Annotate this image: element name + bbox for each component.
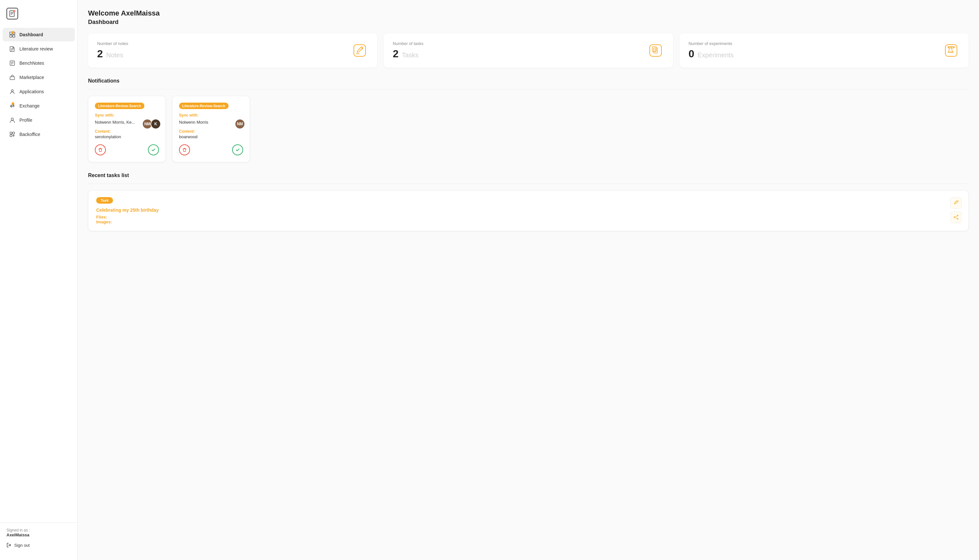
check-icon-0 [151, 148, 156, 152]
notif-tag-0: Literature-Review-Search [95, 103, 144, 109]
task-images-label-0: Images: [96, 220, 961, 224]
sidebar-footer: Signed in as : AxelMaissa Sign out [0, 522, 77, 555]
stat-tasks-value-row: 2 Tasks [393, 48, 424, 60]
task-name-0: Celebrating my 25th birthday [96, 207, 961, 213]
sidebar-item-backoffice-label: Backoffice [19, 132, 40, 137]
stat-notes-value: 2 [97, 48, 103, 60]
notif-avatars-1: NM [235, 119, 243, 129]
notif-sync-value-1: Nolwenn Morris [179, 120, 208, 125]
profile-icon [9, 117, 15, 123]
notif-actions-0 [95, 144, 159, 155]
sidebar-item-marketplace[interactable]: Marketplace [3, 70, 75, 84]
logo-area: D [0, 5, 77, 27]
sidebar-item-dashboard[interactable]: Dashboard [3, 28, 75, 42]
notif-content-label-1: Content: [179, 129, 243, 134]
task-actions-0 [950, 197, 962, 223]
stat-notes-unit: Notes [106, 52, 123, 58]
sidebar-item-backoffice[interactable]: Backoffice [3, 128, 75, 141]
task-card-0: Task Celebrating my 25th birthday Files:… [88, 190, 969, 231]
sign-out-icon [7, 543, 12, 548]
applications-icon [9, 88, 15, 95]
sidebar-item-benchnotes[interactable]: BenchNotes [3, 56, 75, 70]
backoffice-icon [9, 131, 15, 138]
svg-line-38 [955, 216, 957, 217]
sidebar-item-benchnotes-label: BenchNotes [19, 60, 44, 66]
share-icon-task-0 [954, 215, 959, 220]
svg-point-35 [957, 215, 958, 216]
notif-tag-1: Literature-Review-Search [179, 103, 228, 109]
notif-content-value-1: boarwood [179, 134, 243, 139]
task-files-label-0: Files: [96, 215, 961, 220]
sign-out-button[interactable]: Sign out [7, 541, 30, 550]
notification-cards-container: Literature-Review-Search Sync with: Nolw… [88, 96, 969, 162]
edit-icon-task-0 [954, 200, 959, 205]
sidebar-item-exchange[interactable]: Exchange [3, 99, 75, 113]
svg-rect-8 [10, 35, 12, 37]
stat-notes-label: Number of notes [97, 41, 128, 46]
main-content: Welcome AxelMaissa Dashboard Number of n… [78, 0, 979, 560]
notif-confirm-button-0[interactable] [148, 144, 159, 155]
sidebar-item-dashboard-label: Dashboard [19, 32, 43, 37]
trash-icon-1 [182, 148, 187, 152]
notif-avatars-0: NM K [142, 119, 159, 129]
svg-rect-17 [10, 77, 15, 80]
stat-card-tasks: Number of tasks 2 Tasks [384, 33, 673, 68]
notif-sync-row-1: Nolwenn Morris NM [179, 118, 243, 129]
signed-in-label: Signed in as : [7, 528, 71, 532]
stat-experiments-info: Number of experiments 0 Experiments [689, 41, 734, 60]
sidebar-item-literature-review-label: Literature review [19, 46, 53, 52]
svg-line-39 [955, 218, 957, 218]
sidebar-item-profile-label: Profile [19, 118, 32, 123]
svg-point-18 [11, 90, 13, 92]
sidebar-item-applications[interactable]: Applications [3, 85, 75, 98]
notifications-divider [88, 89, 969, 89]
stat-experiments-label: Number of experiments [689, 41, 734, 46]
notif-delete-button-0[interactable] [95, 144, 106, 155]
svg-rect-23 [354, 45, 365, 56]
notifications-title: Notifications [88, 78, 969, 84]
task-tag-0: Task [96, 197, 113, 203]
avatar-k-0: K [150, 119, 161, 129]
stat-notes-info: Number of notes 2 Notes [97, 41, 128, 60]
dashboard-badge [12, 31, 14, 34]
notif-delete-button-1[interactable] [179, 144, 190, 155]
sidebar-item-marketplace-label: Marketplace [19, 75, 44, 80]
tasks-section: Recent tasks list Task Celebrating my 25… [88, 173, 969, 231]
logo-icon: D [7, 8, 18, 19]
svg-point-37 [957, 218, 958, 220]
svg-rect-9 [13, 35, 15, 37]
stat-card-notes: Number of notes 2 Notes [88, 33, 377, 68]
page-title: Dashboard [88, 19, 969, 25]
stat-card-experiments: Number of experiments 0 Experiments [680, 33, 969, 68]
svg-text:D: D [14, 11, 15, 13]
stat-tasks-label: Number of tasks [393, 41, 424, 46]
literature-review-icon [9, 46, 15, 52]
stats-row: Number of notes 2 Notes Number of tasks [88, 33, 969, 68]
task-share-button-0[interactable] [950, 212, 962, 223]
tasks-section-title: Recent tasks list [88, 173, 969, 178]
task-edit-button-0[interactable] [950, 197, 962, 209]
sidebar-item-exchange-label: Exchange [19, 103, 40, 108]
notifications-section: Notifications Literature-Review-Search S… [88, 78, 969, 162]
notification-card-1: Literature-Review-Search Sync with: Nolw… [172, 96, 250, 162]
svg-rect-22 [10, 135, 12, 137]
notif-sync-value-0: Nolwenn Morris, Ke... [95, 120, 135, 125]
marketplace-icon [9, 74, 15, 81]
tasks-icon [647, 42, 664, 59]
sidebar-item-applications-label: Applications [19, 89, 44, 94]
stat-notes-value-row: 2 Notes [97, 48, 128, 60]
notif-content-label-0: Content: [95, 129, 159, 134]
avatar-nm-1: NM [235, 119, 245, 129]
stat-experiments-unit: Experiments [698, 52, 734, 58]
notif-confirm-button-1[interactable] [232, 144, 243, 155]
benchnotes-icon [9, 60, 15, 67]
sidebar-item-profile[interactable]: Profile [3, 113, 75, 127]
signed-in-username: AxelMaissa [7, 532, 71, 537]
trash-icon-0 [98, 148, 103, 152]
note-edit-icon [351, 42, 368, 59]
stat-experiments-value-row: 0 Experiments [689, 48, 734, 60]
sidebar-item-literature-review[interactable]: Literature review [3, 42, 75, 56]
welcome-heading: Welcome AxelMaissa [88, 9, 969, 17]
tasks-divider [88, 183, 969, 184]
notif-actions-1 [179, 144, 243, 155]
